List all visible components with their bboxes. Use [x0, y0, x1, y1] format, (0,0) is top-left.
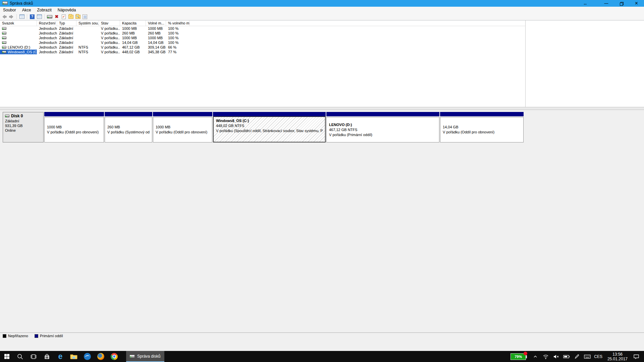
- partition-lenovo-d[interactable]: LENOVO (D:) 467,12 GB NTFS V pořádku (Pr…: [326, 112, 439, 142]
- disk-management-window: Správa disků ↔ — × Soubor Akce Zobrazit …: [0, 0, 644, 351]
- forward-icon[interactable]: [8, 14, 14, 19]
- col-svazek[interactable]: Svazek: [0, 20, 37, 26]
- screen: Správa disků ↔ — × Soubor Akce Zobrazit …: [0, 0, 644, 362]
- graphical-pane: Disk 0 Základní 931,39 GB Online 1000 MB…: [0, 110, 644, 333]
- menu-akce[interactable]: Akce: [19, 7, 34, 13]
- partition-color-bar: [105, 112, 152, 116]
- partition-recovery-1[interactable]: 1000 MB V pořádku (Oddíl pro obnovení): [44, 112, 104, 142]
- battery-icon[interactable]: [563, 353, 570, 360]
- col-system-souboru[interactable]: Systém sou...: [76, 20, 99, 26]
- legend-unallocated-label: Nepřiřazeno: [8, 334, 28, 338]
- legend: Nepřiřazeno Primární oddíl: [0, 333, 644, 339]
- toolbar: ? ✖ ✓ ↑ 🔍: [0, 13, 644, 20]
- window-title: Správa disků: [10, 1, 33, 6]
- partition-recovery-3[interactable]: 14,04 GB V pořádku (Oddíl pro obnovení): [440, 112, 524, 142]
- partition-windows8-os-c[interactable]: Windows8_OS (C:) 448,02 GB NTFS V pořádk…: [213, 112, 326, 142]
- menu-napoveda[interactable]: Nápověda: [55, 7, 79, 13]
- minimize-button[interactable]: —: [599, 0, 614, 7]
- wifi-icon[interactable]: [542, 353, 549, 360]
- firefox-button[interactable]: [94, 351, 107, 362]
- volume-icon: [2, 51, 6, 53]
- task-view-button[interactable]: [27, 351, 40, 362]
- console-tree-icon[interactable]: [19, 14, 25, 19]
- chrome-button[interactable]: [107, 351, 121, 362]
- drive-icon[interactable]: [47, 14, 53, 19]
- taskbar-active-disk-management[interactable]: Správa disků: [126, 351, 164, 362]
- volume-list-header: Svazek Rozvržení Typ Systém sou... Stav …: [0, 20, 525, 26]
- volume-list-pane: Svazek Rozvržení Typ Systém sou... Stav …: [0, 20, 644, 107]
- table-row[interactable]: Jednoduchý Základní V pořádku... 1000 MB…: [0, 36, 644, 40]
- partition-color-bar: [440, 112, 524, 116]
- properties-icon[interactable]: [82, 14, 88, 19]
- table-row-windows8-os-selected[interactable]: Windows8_OS (C:) Jednoduchý Základní NTF…: [0, 50, 644, 54]
- search-button[interactable]: [13, 351, 27, 362]
- keyboard-icon[interactable]: [584, 353, 591, 360]
- help-icon[interactable]: ?: [29, 14, 35, 19]
- legend-primary-label: Primární oddíl: [40, 334, 63, 338]
- table-row-lenovo[interactable]: LENOVO (D:) Jednoduchý Základní NTFS V p…: [0, 45, 644, 50]
- partition-color-bar: [213, 112, 326, 116]
- pen-icon[interactable]: [573, 353, 581, 360]
- disk-status: Online: [5, 128, 41, 133]
- resize-icon[interactable]: ↔: [578, 0, 593, 7]
- close-button[interactable]: ×: [629, 0, 644, 7]
- disk-kind: Základní: [5, 119, 41, 123]
- menubar: Soubor Akce Zobrazit Nápověda: [0, 7, 644, 13]
- table-row[interactable]: Jednoduchý Základní V pořádku... 14,04 G…: [0, 40, 644, 45]
- chrome-icon: [111, 353, 118, 360]
- partition-color-bar: [44, 112, 104, 116]
- restore-button[interactable]: [614, 0, 629, 7]
- col-typ[interactable]: Typ: [57, 20, 76, 26]
- titlebar: Správa disků ↔ — ×: [0, 0, 644, 7]
- col-kapacita[interactable]: Kapacita: [120, 20, 146, 26]
- edge-button[interactable]: e: [54, 351, 67, 362]
- partition-recovery-2[interactable]: 1000 MB V pořádku (Oddíl pro obnovení): [153, 112, 212, 142]
- pane-splitter[interactable]: [0, 107, 644, 110]
- partition-efi-system[interactable]: 260 MB V pořádku (Systémový oddíl EF: [105, 112, 152, 142]
- openoffice-button[interactable]: [80, 351, 94, 362]
- col-rozvrzeni[interactable]: Rozvržení: [37, 20, 57, 26]
- volume-icon: [2, 46, 6, 49]
- file-explorer-icon: [70, 354, 77, 360]
- store-icon: [44, 353, 50, 360]
- legend-primary-swatch: [35, 334, 38, 338]
- delete-volume-icon[interactable]: ✖: [54, 14, 60, 19]
- back-icon[interactable]: [1, 14, 7, 19]
- volume-icon: [2, 27, 6, 30]
- menu-zobrazit[interactable]: Zobrazit: [34, 7, 54, 13]
- toolbar-separator: [44, 14, 45, 19]
- col-volne-misto[interactable]: Volné m...: [146, 20, 166, 26]
- battery-percent-badge[interactable]: 79%: [511, 353, 526, 360]
- check-volume-icon[interactable]: ✓: [61, 14, 67, 19]
- action-pane-icon[interactable]: [36, 14, 42, 19]
- volume-icon: [2, 41, 6, 44]
- partition-color-bar: [153, 112, 212, 116]
- table-row[interactable]: Jednoduchý Základní V pořádku... 260 MB …: [0, 31, 644, 36]
- start-button[interactable]: [0, 351, 13, 362]
- col-pct-volneho[interactable]: % volného m...: [166, 20, 190, 26]
- rescan-folder-icon[interactable]: ↑: [68, 14, 74, 19]
- partition-color-bar: [326, 112, 439, 116]
- col-stav[interactable]: Stav: [99, 20, 120, 26]
- volume-icon: [2, 37, 6, 39]
- disk-icon: [5, 115, 9, 117]
- taskbar-active-label: Správa disků: [137, 354, 160, 359]
- chevron-up-icon[interactable]: [532, 353, 539, 360]
- firefox-icon: [97, 353, 104, 360]
- action-center-icon[interactable]: [633, 353, 640, 360]
- table-row[interactable]: Jednoduchý Základní V pořádku... 1000 MB…: [0, 26, 644, 31]
- system-tray: 79% CES 13:56 25.: [511, 351, 644, 362]
- start-icon: [4, 354, 9, 359]
- language-indicator[interactable]: CES: [594, 354, 602, 359]
- menu-soubor[interactable]: Soubor: [0, 7, 19, 13]
- file-explorer-button[interactable]: [67, 351, 80, 362]
- store-button[interactable]: [40, 351, 54, 362]
- clock[interactable]: 13:56 25.01.2017: [605, 352, 630, 361]
- disk-management-icon: [129, 355, 135, 358]
- disk0-header[interactable]: Disk 0 Základní 931,39 GB Online: [3, 112, 44, 142]
- notification-dot: [524, 352, 527, 355]
- legend-unallocated-swatch: [3, 334, 6, 338]
- explore-folder-icon[interactable]: 🔍: [75, 14, 81, 19]
- disk-capacity: 931,39 GB: [5, 123, 41, 128]
- volume-muted-icon[interactable]: [552, 353, 560, 360]
